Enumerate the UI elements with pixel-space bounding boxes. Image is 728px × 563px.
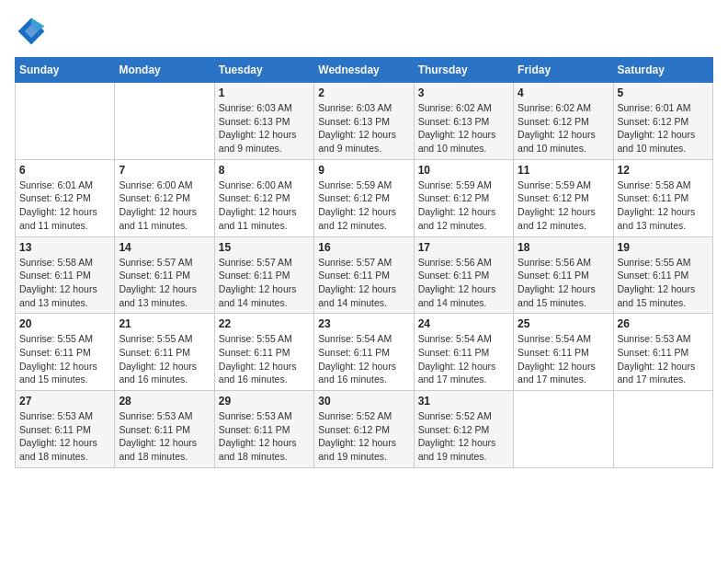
day-info: Sunrise: 6:02 AM Sunset: 6:12 PM Dayligh…: [518, 101, 609, 155]
day-info: Sunrise: 6:02 AM Sunset: 6:13 PM Dayligh…: [418, 101, 509, 155]
week-row-3: 20Sunrise: 5:55 AM Sunset: 6:11 PM Dayli…: [16, 314, 713, 391]
day-info: Sunrise: 5:58 AM Sunset: 6:11 PM Dayligh…: [618, 178, 709, 233]
week-row-2: 13Sunrise: 5:58 AM Sunset: 6:11 PM Dayli…: [16, 236, 713, 314]
day-info: Sunrise: 5:53 AM Sunset: 6:11 PM Dayligh…: [19, 409, 110, 464]
day-cell: 7Sunrise: 6:00 AM Sunset: 6:12 PM Daylig…: [115, 159, 214, 236]
day-info: Sunrise: 6:00 AM Sunset: 6:12 PM Dayligh…: [119, 178, 210, 233]
day-info: Sunrise: 6:03 AM Sunset: 6:13 PM Dayligh…: [318, 101, 409, 155]
day-number: 26: [618, 317, 709, 330]
day-number: 5: [618, 86, 709, 99]
weekday-header-sunday: Sunday: [16, 58, 115, 83]
day-number: 21: [119, 317, 210, 330]
day-info: Sunrise: 5:57 AM Sunset: 6:11 PM Dayligh…: [318, 256, 409, 310]
day-number: 27: [19, 395, 110, 408]
day-number: 25: [518, 317, 609, 330]
day-info: Sunrise: 5:59 AM Sunset: 6:12 PM Dayligh…: [318, 178, 409, 233]
day-cell: [115, 83, 214, 160]
day-info: Sunrise: 5:59 AM Sunset: 6:12 PM Dayligh…: [418, 178, 509, 233]
day-cell: 19Sunrise: 5:55 AM Sunset: 6:11 PM Dayli…: [613, 236, 712, 314]
day-cell: 5Sunrise: 6:01 AM Sunset: 6:12 PM Daylig…: [613, 83, 712, 160]
day-info: Sunrise: 5:56 AM Sunset: 6:11 PM Dayligh…: [518, 256, 609, 310]
day-number: 30: [318, 395, 409, 408]
day-cell: 18Sunrise: 5:56 AM Sunset: 6:11 PM Dayli…: [514, 236, 613, 314]
day-number: 19: [618, 241, 709, 254]
day-number: 3: [418, 86, 509, 99]
week-row-4: 27Sunrise: 5:53 AM Sunset: 6:11 PM Dayli…: [16, 391, 713, 468]
day-cell: 30Sunrise: 5:52 AM Sunset: 6:12 PM Dayli…: [314, 391, 414, 468]
day-cell: 2Sunrise: 6:03 AM Sunset: 6:13 PM Daylig…: [314, 83, 414, 160]
logo: [15, 15, 53, 48]
logo-icon: [15, 15, 48, 48]
day-number: 13: [19, 241, 110, 254]
weekday-header-monday: Monday: [115, 58, 214, 83]
day-number: 23: [318, 317, 409, 330]
day-info: Sunrise: 5:58 AM Sunset: 6:11 PM Dayligh…: [19, 256, 110, 310]
day-number: 29: [219, 395, 310, 408]
day-info: Sunrise: 5:54 AM Sunset: 6:11 PM Dayligh…: [518, 332, 609, 386]
day-cell: 11Sunrise: 5:59 AM Sunset: 6:12 PM Dayli…: [514, 159, 613, 236]
day-number: 12: [618, 164, 709, 177]
day-cell: 16Sunrise: 5:57 AM Sunset: 6:11 PM Dayli…: [314, 236, 414, 314]
weekday-header-friday: Friday: [514, 58, 613, 83]
day-cell: 29Sunrise: 5:53 AM Sunset: 6:11 PM Dayli…: [214, 391, 313, 468]
day-cell: 3Sunrise: 6:02 AM Sunset: 6:13 PM Daylig…: [414, 83, 513, 160]
week-row-0: 1Sunrise: 6:03 AM Sunset: 6:13 PM Daylig…: [16, 83, 713, 160]
day-number: 11: [518, 164, 609, 177]
day-cell: 9Sunrise: 5:59 AM Sunset: 6:12 PM Daylig…: [314, 159, 414, 236]
day-number: 4: [518, 86, 609, 99]
day-info: Sunrise: 6:01 AM Sunset: 6:12 PM Dayligh…: [618, 101, 709, 155]
day-number: 7: [119, 164, 210, 177]
calendar-body: 1Sunrise: 6:03 AM Sunset: 6:13 PM Daylig…: [16, 83, 713, 468]
header: [15, 15, 713, 48]
day-info: Sunrise: 5:54 AM Sunset: 6:11 PM Dayligh…: [318, 332, 409, 386]
day-cell: 8Sunrise: 6:00 AM Sunset: 6:12 PM Daylig…: [214, 159, 313, 236]
day-info: Sunrise: 5:53 AM Sunset: 6:11 PM Dayligh…: [618, 332, 709, 386]
day-info: Sunrise: 5:56 AM Sunset: 6:11 PM Dayligh…: [418, 256, 509, 310]
day-info: Sunrise: 5:54 AM Sunset: 6:11 PM Dayligh…: [418, 332, 509, 386]
day-cell: 24Sunrise: 5:54 AM Sunset: 6:11 PM Dayli…: [414, 314, 513, 391]
day-info: Sunrise: 5:59 AM Sunset: 6:12 PM Dayligh…: [518, 178, 609, 233]
day-number: 9: [318, 164, 409, 177]
day-cell: 27Sunrise: 5:53 AM Sunset: 6:11 PM Dayli…: [16, 391, 115, 468]
day-number: 16: [318, 241, 409, 254]
day-number: 10: [418, 164, 509, 177]
day-info: Sunrise: 5:53 AM Sunset: 6:11 PM Dayligh…: [119, 409, 210, 464]
day-info: Sunrise: 5:57 AM Sunset: 6:11 PM Dayligh…: [219, 256, 310, 310]
day-info: Sunrise: 5:55 AM Sunset: 6:11 PM Dayligh…: [119, 332, 210, 386]
day-number: 6: [19, 164, 110, 177]
day-info: Sunrise: 5:55 AM Sunset: 6:11 PM Dayligh…: [19, 332, 110, 386]
day-cell: 13Sunrise: 5:58 AM Sunset: 6:11 PM Dayli…: [16, 236, 115, 314]
day-info: Sunrise: 6:00 AM Sunset: 6:12 PM Dayligh…: [219, 178, 310, 233]
day-number: 14: [119, 241, 210, 254]
day-info: Sunrise: 5:53 AM Sunset: 6:11 PM Dayligh…: [219, 409, 310, 464]
day-cell: 22Sunrise: 5:55 AM Sunset: 6:11 PM Dayli…: [214, 314, 313, 391]
day-number: 8: [219, 164, 310, 177]
day-cell: 17Sunrise: 5:56 AM Sunset: 6:11 PM Dayli…: [414, 236, 513, 314]
weekday-header-saturday: Saturday: [613, 58, 712, 83]
day-info: Sunrise: 5:55 AM Sunset: 6:11 PM Dayligh…: [618, 256, 709, 310]
calendar-table: SundayMondayTuesdayWednesdayThursdayFrid…: [15, 57, 713, 468]
day-cell: 14Sunrise: 5:57 AM Sunset: 6:11 PM Dayli…: [115, 236, 214, 314]
day-info: Sunrise: 5:55 AM Sunset: 6:11 PM Dayligh…: [219, 332, 310, 386]
day-cell: 23Sunrise: 5:54 AM Sunset: 6:11 PM Dayli…: [314, 314, 414, 391]
day-number: 1: [219, 86, 310, 99]
day-cell: [16, 83, 115, 160]
day-cell: 28Sunrise: 5:53 AM Sunset: 6:11 PM Dayli…: [115, 391, 214, 468]
day-number: 20: [19, 317, 110, 330]
day-cell: 26Sunrise: 5:53 AM Sunset: 6:11 PM Dayli…: [613, 314, 712, 391]
day-number: 2: [318, 86, 409, 99]
day-cell: [514, 391, 613, 468]
day-cell: 12Sunrise: 5:58 AM Sunset: 6:11 PM Dayli…: [613, 159, 712, 236]
calendar-header: SundayMondayTuesdayWednesdayThursdayFrid…: [16, 58, 713, 83]
day-cell: 31Sunrise: 5:52 AM Sunset: 6:12 PM Dayli…: [414, 391, 513, 468]
day-cell: 21Sunrise: 5:55 AM Sunset: 6:11 PM Dayli…: [115, 314, 214, 391]
weekday-header-thursday: Thursday: [414, 58, 513, 83]
weekday-header-wednesday: Wednesday: [314, 58, 414, 83]
day-number: 15: [219, 241, 310, 254]
day-number: 18: [518, 241, 609, 254]
day-cell: [613, 391, 712, 468]
day-number: 28: [119, 395, 210, 408]
day-cell: 4Sunrise: 6:02 AM Sunset: 6:12 PM Daylig…: [514, 83, 613, 160]
day-info: Sunrise: 5:52 AM Sunset: 6:12 PM Dayligh…: [418, 409, 509, 464]
day-cell: 20Sunrise: 5:55 AM Sunset: 6:11 PM Dayli…: [16, 314, 115, 391]
